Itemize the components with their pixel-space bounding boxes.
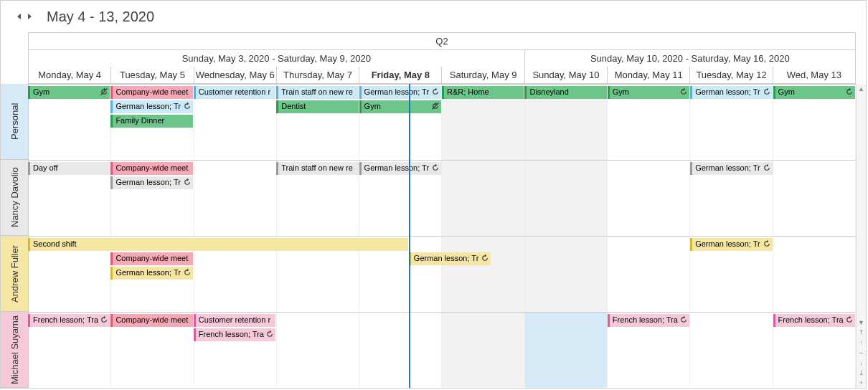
- appointment[interactable]: Company-wide meet: [110, 252, 192, 265]
- day-cell[interactable]: [525, 237, 608, 312]
- scroll-up-icon[interactable]: ▲: [857, 84, 866, 94]
- day-header-cell[interactable]: Thursday, May 7: [277, 67, 359, 83]
- recur-icon: [183, 268, 192, 277]
- quarter-row[interactable]: Q2: [28, 32, 856, 49]
- appointment-title: German lesson; Tr: [695, 87, 760, 96]
- appointment[interactable]: Family Dinner: [110, 115, 192, 128]
- day-header-cell[interactable]: Monday, May 11: [608, 67, 690, 83]
- appointment[interactable]: Day off: [28, 162, 110, 175]
- appointment[interactable]: R&R; Home: [442, 86, 524, 99]
- scheduler: May 4 - 13, 2020 Q2 Sunday, May 3, 2020 …: [0, 0, 867, 389]
- appointment-title: German lesson; Tr: [115, 268, 180, 277]
- appointment[interactable]: German lesson; Tr: [110, 100, 192, 113]
- appointment[interactable]: German lesson; Tr: [690, 86, 772, 99]
- recur-icon: [845, 315, 854, 324]
- day-cell[interactable]: [442, 313, 524, 388]
- recur-icon: [183, 102, 192, 110]
- day-header-cell[interactable]: Friday, May 8: [359, 67, 442, 83]
- scroll-top-icon[interactable]: ⤒: [857, 328, 866, 338]
- scroll-dash-icon[interactable]: –: [857, 348, 866, 358]
- day-cell[interactable]: [773, 161, 856, 236]
- resource-header[interactable]: Michael Suyama: [1, 312, 28, 388]
- appointment[interactable]: German lesson; Tr: [359, 162, 441, 175]
- scroll-up2-icon[interactable]: ↑: [857, 338, 866, 348]
- day-header-cell[interactable]: Sunday, May 10: [525, 67, 608, 83]
- day-header-cell[interactable]: Tuesday, May 5: [111, 67, 194, 83]
- day-cell[interactable]: [194, 161, 277, 236]
- appointment[interactable]: German lesson; Tr: [359, 86, 441, 99]
- recur-icon: [431, 163, 440, 172]
- appointment[interactable]: French lesson; Tra: [194, 328, 275, 341]
- appointment-title: French lesson; Tra: [199, 330, 264, 338]
- appointment[interactable]: French lesson; Tra: [773, 314, 855, 327]
- day-row: Monday, May 4Tuesday, May 5Wednesday, Ma…: [28, 67, 856, 83]
- appointment[interactable]: German lesson; Tr: [690, 162, 772, 175]
- day-header-cell[interactable]: Monday, May 4: [28, 67, 111, 83]
- day-cell[interactable]: [442, 237, 524, 312]
- appointment[interactable]: Train staff on new re: [276, 162, 358, 175]
- resource-header[interactable]: Nancy Davolio: [1, 160, 28, 236]
- week-row: Sunday, May 3, 2020 - Saturday, May 9, 2…: [28, 49, 856, 67]
- day-header-cell[interactable]: Wednesday, May 6: [194, 67, 277, 83]
- day-cell[interactable]: [359, 313, 442, 388]
- appointment[interactable]: Second shift: [28, 238, 408, 251]
- appointment-title: Train staff on new re: [281, 87, 353, 96]
- scroll-bottom-icon[interactable]: ⤓: [857, 368, 866, 378]
- day-header-cell[interactable]: Wed, May 13: [773, 67, 856, 83]
- scroll-down-icon[interactable]: ▼: [857, 318, 866, 328]
- appointment-title: Gym: [33, 87, 49, 96]
- appointment[interactable]: Company-wide meet: [110, 314, 192, 327]
- appointment[interactable]: Customer retention r: [194, 86, 275, 99]
- scroll-add-icon[interactable]: +: [857, 378, 866, 388]
- appointment[interactable]: Company-wide meet: [110, 162, 192, 175]
- recur-exception-icon: [100, 87, 108, 96]
- day-cell[interactable]: [277, 313, 359, 388]
- appointment[interactable]: German lesson; Tr: [690, 238, 772, 251]
- day-cell[interactable]: [525, 161, 608, 236]
- appointment[interactable]: German lesson; Tr: [110, 267, 192, 280]
- next-arrow-icon[interactable]: [28, 14, 34, 19]
- appointment[interactable]: Company-wide meet: [110, 86, 192, 99]
- appointment-title: Dentist: [281, 102, 306, 110]
- scroll-down2-icon[interactable]: ↓: [857, 358, 866, 368]
- day-header-cell[interactable]: Saturday, May 9: [442, 67, 524, 83]
- day-cell[interactable]: [442, 161, 524, 236]
- appointment[interactable]: Disneyland: [524, 86, 606, 99]
- week-header-cell[interactable]: Sunday, May 10, 2020 - Saturday, May 16,…: [525, 49, 856, 67]
- appointment[interactable]: Train staff on new re: [276, 86, 358, 99]
- appointment[interactable]: Gym: [28, 86, 110, 99]
- appointment-title: Gym: [364, 102, 381, 110]
- recur-icon: [679, 87, 688, 96]
- day-cell[interactable]: [608, 161, 690, 236]
- appointment[interactable]: Customer retention r: [194, 314, 275, 327]
- day-cell[interactable]: [690, 313, 773, 388]
- recur-icon: [763, 239, 771, 248]
- current-time-indicator: [409, 84, 410, 388]
- appointment[interactable]: German lesson; Tr: [409, 252, 491, 265]
- appointment[interactable]: Gym: [773, 86, 855, 99]
- appointment-title: German lesson; Tr: [414, 254, 478, 262]
- appointment[interactable]: French lesson; Tra: [28, 314, 110, 327]
- header: May 4 - 13, 2020: [1, 1, 866, 32]
- appointment[interactable]: Gym: [608, 86, 689, 99]
- resource-header[interactable]: Andrew Fuller: [1, 236, 28, 312]
- day-cell[interactable]: [525, 313, 608, 388]
- resource-row: French lesson; TraCompany-wide meetCusto…: [28, 312, 856, 388]
- week-header-cell[interactable]: Sunday, May 3, 2020 - Saturday, May 9, 2…: [28, 49, 525, 67]
- appointment-title: Company-wide meet: [115, 315, 188, 324]
- appointment[interactable]: Dentist: [276, 100, 358, 113]
- day-cell[interactable]: [608, 237, 690, 312]
- resource-row: Day offCompany-wide meetTrain staff on n…: [28, 160, 856, 236]
- day-header-cell[interactable]: Tuesday, May 12: [690, 67, 773, 83]
- appointment[interactable]: German lesson; Tr: [110, 176, 192, 189]
- date-range: May 4 - 13, 2020: [47, 9, 154, 25]
- day-cell[interactable]: [773, 237, 856, 312]
- recur-icon: [679, 315, 688, 324]
- recur-icon: [265, 330, 274, 338]
- prev-arrow-icon[interactable]: [15, 14, 21, 19]
- appointment[interactable]: Gym: [359, 100, 441, 113]
- resource-header[interactable]: Personal: [1, 84, 28, 160]
- appointment[interactable]: French lesson; Tra: [608, 314, 689, 327]
- grid-area[interactable]: GymCompany-wide meetCustomer retention r…: [28, 84, 856, 388]
- appointment-title: French lesson; Tra: [778, 315, 844, 324]
